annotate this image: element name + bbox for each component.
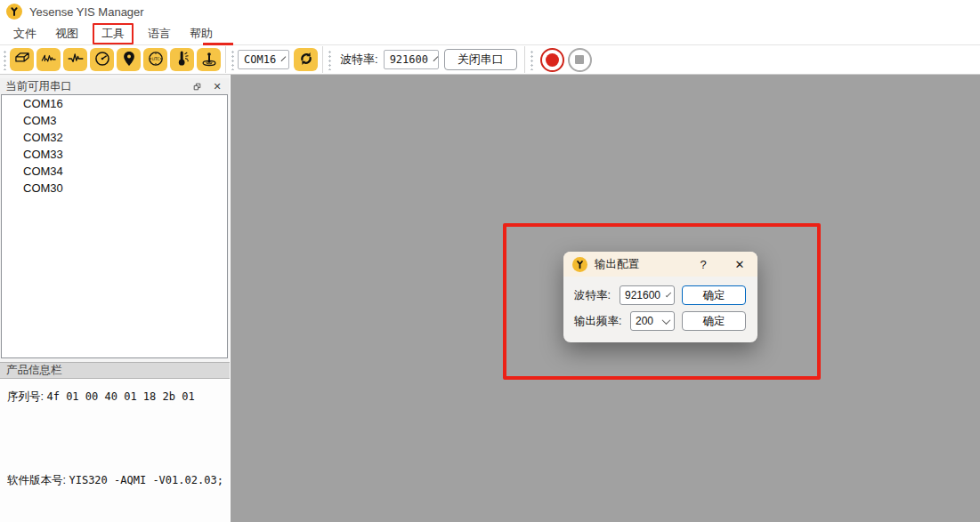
svg-text:UTC: UTC	[151, 56, 159, 60]
product-info-panel: 序列号: 4f 01 00 40 01 18 2b 01 软件版本号: YIS3…	[0, 379, 230, 522]
stop-button[interactable]	[568, 48, 592, 72]
attitude-wave-button[interactable]	[36, 48, 61, 71]
list-item-port[interactable]: COM30	[2, 180, 227, 197]
list-item-port[interactable]: COM33	[2, 146, 227, 163]
output-frequency-row: 输出频率: 200 确定	[563, 311, 757, 331]
joystick-icon	[200, 50, 218, 70]
output-frequency-select[interactable]: 200	[630, 311, 675, 331]
location-pin-icon	[120, 50, 138, 70]
stop-icon	[575, 55, 584, 64]
window-title: Yesense YIS Manager	[29, 5, 144, 19]
title-bar: Yesense YIS Manager	[0, 0, 980, 23]
pulse-wave-button[interactable]	[63, 48, 87, 71]
menu-tools[interactable]: 工具	[93, 23, 134, 44]
3d-view-button[interactable]	[10, 48, 34, 71]
thermometer-icon	[174, 50, 191, 70]
toolbar-drag-handle[interactable]	[2, 49, 7, 70]
chevron-down-icon	[433, 56, 439, 61]
port-select-value: COM16	[244, 53, 276, 66]
list-item-port[interactable]: COM34	[2, 163, 227, 180]
serial-number-line: 序列号: 4f 01 00 40 01 18 2b 01	[7, 389, 195, 405]
toolbar-drag-handle[interactable]	[230, 49, 235, 70]
utc-clock-button[interactable]: UTC	[143, 48, 167, 71]
temperature-button[interactable]	[170, 48, 194, 71]
dialog-close-button[interactable]: ✕	[729, 252, 750, 277]
list-item-port[interactable]: COM32	[2, 129, 227, 146]
baud-rate-value: 921600	[390, 53, 428, 66]
software-version-line: 软件版本号: YIS320 -AQMI -V01.02.03;	[7, 473, 223, 488]
list-item-port[interactable]: COM16	[2, 95, 227, 112]
close-serial-port-button[interactable]: 关闭串口	[444, 49, 517, 70]
dock-float-button[interactable]	[190, 80, 204, 93]
menu-help[interactable]: 帮助	[183, 24, 219, 44]
output-frequency-value: 200	[636, 315, 653, 327]
gauge-button[interactable]	[90, 48, 114, 71]
baud-rate-select[interactable]: 921600	[620, 285, 675, 305]
software-version-value: YIS320 -AQMI -V01.02.03;	[69, 474, 223, 486]
toolbar-separator	[322, 46, 323, 73]
menu-bar: 文件 视图 工具 语言 帮助	[0, 23, 980, 45]
menu-view[interactable]: 视图	[49, 24, 85, 44]
output-frequency-confirm-button[interactable]: 确定	[682, 311, 746, 331]
output-frequency-label: 输出频率:	[574, 314, 621, 329]
dialog-help-button[interactable]: ?	[693, 252, 713, 277]
chevron-down-icon	[662, 316, 671, 325]
port-select[interactable]: COM16	[238, 50, 289, 69]
baud-rate-label: 波特率:	[574, 288, 611, 303]
refresh-icon	[297, 50, 315, 70]
serial-port-list: COM16 COM3 COM32 COM33 COM34 COM30	[1, 94, 228, 358]
angle-waveform-icon	[40, 50, 58, 70]
baud-rate-label: 波特率:	[340, 52, 378, 68]
product-info-header: 产品信息栏	[0, 362, 230, 379]
app-logo-icon	[6, 4, 22, 20]
baud-rate-value: 921600	[625, 289, 660, 301]
product-info-title: 产品信息栏	[6, 363, 62, 378]
float-window-icon	[192, 82, 202, 92]
menu-language[interactable]: 语言	[142, 24, 177, 44]
3d-cube-icon	[13, 50, 31, 70]
toolbar: UTC COM16 波特率: 921600 关闭串口	[0, 45, 980, 75]
utc-clock-icon: UTC	[147, 50, 165, 70]
list-item-port[interactable]: COM3	[2, 112, 227, 129]
record-button[interactable]	[540, 48, 564, 72]
joystick-button[interactable]	[197, 48, 221, 71]
toolbar-separator	[225, 46, 226, 73]
menu-file[interactable]: 文件	[7, 24, 43, 44]
location-button[interactable]	[117, 48, 141, 71]
toolbar-separator	[524, 46, 525, 73]
serial-number-label: 序列号:	[7, 390, 44, 403]
chevron-down-icon	[666, 291, 671, 296]
serial-port-dock: 当前可用串口 ✕ COM16 COM3 COM32 COM33 COM34 CO…	[0, 75, 230, 522]
gauge-icon	[93, 50, 111, 70]
dock-close-button[interactable]: ✕	[210, 80, 224, 93]
refresh-ports-button[interactable]	[294, 48, 318, 71]
dialog-title: 输出配置	[595, 257, 639, 272]
record-icon	[546, 53, 559, 67]
output-config-dialog: 输出配置 ? ✕ 波特率: 921600 确定 输出频率: 200 确定	[563, 252, 757, 342]
pulse-waveform-icon	[67, 50, 85, 70]
chevron-down-icon	[281, 56, 287, 61]
toolbar-drag-handle[interactable]	[327, 49, 332, 70]
baud-rate-row: 波特率: 921600 确定	[563, 285, 757, 305]
toolbar-drag-handle[interactable]	[529, 49, 534, 70]
baud-rate-select[interactable]: 921600	[384, 50, 439, 69]
software-version-label: 软件版本号:	[7, 474, 66, 486]
serial-number-value: 4f 01 00 40 01 18 2b 01	[46, 390, 194, 403]
dock-title: 当前可用串口	[5, 79, 72, 94]
app-logo-icon	[572, 257, 587, 272]
baud-rate-confirm-button[interactable]: 确定	[682, 285, 746, 305]
dock-header: 当前可用串口 ✕	[0, 78, 230, 94]
